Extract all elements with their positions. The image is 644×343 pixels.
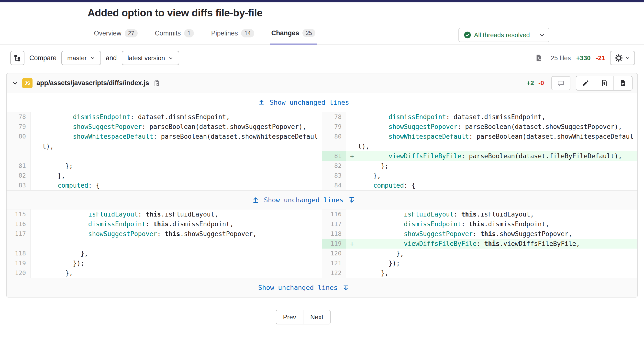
old-line-number[interactable]: 117 bbox=[6, 229, 30, 239]
old-code-line: t), bbox=[42, 141, 322, 151]
old-code-line: dismissEndpoint: dataset.dismissEndpoint… bbox=[42, 112, 322, 122]
old-line-number[interactable]: 81 bbox=[6, 161, 30, 171]
old-line-number[interactable]: 118 bbox=[6, 249, 30, 258]
diff-file-card: JS app/assets/javascripts/diffs/index.js… bbox=[6, 73, 638, 297]
tab-overview[interactable]: Overview 27 bbox=[92, 26, 139, 44]
additions-count: +330 bbox=[576, 54, 591, 62]
old-code-line: computed: { bbox=[42, 181, 322, 190]
old-code-line: }, bbox=[42, 268, 322, 278]
old-code-line: }, bbox=[42, 171, 322, 181]
expand-down-icon[interactable] bbox=[348, 197, 355, 203]
all-threads-resolved-button[interactable]: All threads resolved bbox=[459, 28, 535, 42]
new-line-number[interactable]: 83 bbox=[322, 171, 346, 181]
new-line-number[interactable]: 81 bbox=[322, 151, 346, 161]
comment-bubble-icon bbox=[557, 79, 565, 87]
new-line-number[interactable]: 82 bbox=[322, 161, 346, 171]
added-line-marker: + bbox=[350, 151, 354, 161]
diff-settings-button[interactable] bbox=[610, 51, 635, 65]
expand-up-icon[interactable] bbox=[252, 197, 259, 203]
old-line-number[interactable]: 78 bbox=[6, 112, 30, 122]
tab-commits[interactable]: Commits 1 bbox=[153, 26, 195, 44]
view-file-button[interactable] bbox=[614, 76, 632, 90]
page-title: Added option to view diffs file-by-file bbox=[88, 7, 644, 19]
target-version-dropdown[interactable]: latest version bbox=[122, 51, 179, 65]
old-line-number[interactable]: 82 bbox=[6, 171, 30, 181]
new-code-line: }); bbox=[358, 258, 638, 268]
expand-up-icon[interactable] bbox=[258, 99, 265, 106]
collapse-file-chevron-icon[interactable] bbox=[12, 80, 18, 86]
file-path[interactable]: app/assets/javascripts/diffs/index.js bbox=[36, 79, 149, 87]
old-line-number[interactable]: 119 bbox=[6, 258, 30, 268]
tab-badge: 27 bbox=[125, 29, 138, 38]
compare-bar: Compare master and latest version 25 fil… bbox=[0, 45, 644, 71]
new-line-number[interactable]: 116 bbox=[322, 209, 346, 219]
parallel-diff-table: Show unchanged lines78 dismissEndpoint: … bbox=[6, 93, 638, 297]
top-navbar bbox=[0, 0, 644, 3]
new-code-line: dismissEndpoint: dataset.dismissEndpoint… bbox=[358, 112, 638, 122]
old-code-line: dismissEndpoint: this.dismissEndpoint, bbox=[42, 219, 322, 229]
new-code-line: computed: { bbox=[358, 181, 638, 190]
edit-file-button[interactable] bbox=[576, 76, 595, 90]
diff-file-header: JS app/assets/javascripts/diffs/index.js… bbox=[6, 73, 638, 93]
expand-unchanged-lines[interactable]: Show unchanged lines bbox=[6, 190, 638, 209]
toggle-comments-button[interactable] bbox=[551, 76, 570, 90]
new-line-number[interactable]: 118 bbox=[322, 229, 346, 239]
new-code-line: showSuggestPopover: parseBoolean(dataset… bbox=[358, 122, 638, 132]
expand-label[interactable]: Show unchanged lines bbox=[258, 284, 338, 291]
new-line-number[interactable]: 119 bbox=[322, 239, 346, 249]
new-line-number[interactable]: 84 bbox=[322, 181, 346, 190]
new-code-line: }, bbox=[358, 249, 638, 258]
prev-file-button[interactable]: Prev bbox=[276, 310, 303, 324]
new-line-number[interactable]: 79 bbox=[322, 122, 346, 132]
old-line-number[interactable]: 115 bbox=[6, 209, 30, 219]
diff-stats: 25 files +330 -21 bbox=[535, 54, 605, 62]
file-actions-group bbox=[576, 76, 632, 91]
tab-pipelines[interactable]: Pipelines 14 bbox=[210, 26, 256, 44]
old-line-number[interactable]: 120 bbox=[6, 268, 30, 278]
compare-label: Compare bbox=[29, 54, 56, 62]
new-line-number[interactable]: 121 bbox=[322, 258, 346, 268]
source-branch-value: master bbox=[67, 54, 86, 62]
old-code-line: showSuggestPopover: this.showSuggestPopo… bbox=[42, 229, 322, 239]
old-line-number[interactable]: 79 bbox=[6, 122, 30, 132]
pager-button-group: Prev Next bbox=[276, 310, 331, 324]
compare-file-versions-button[interactable] bbox=[595, 76, 614, 90]
new-line-number[interactable]: 80 bbox=[322, 132, 346, 151]
file-pager: Prev Next bbox=[0, 310, 644, 324]
old-code-line: }); bbox=[42, 258, 322, 268]
copy-path-clipboard-icon[interactable] bbox=[153, 80, 160, 87]
old-code-line: isFluidLayout: this.isFluidLayout, bbox=[42, 209, 322, 219]
tab-changes[interactable]: Changes 25 bbox=[270, 26, 317, 45]
file-stats: +2 -0 bbox=[527, 79, 544, 87]
new-line-number[interactable]: 117 bbox=[322, 219, 346, 229]
threads-dropdown-button[interactable] bbox=[535, 28, 549, 42]
old-code-line: showWhitespaceDefault: parseBoolean(data… bbox=[42, 132, 322, 141]
chevron-down-icon bbox=[168, 56, 173, 61]
file-tree-toggle-button[interactable] bbox=[10, 51, 24, 65]
tab-label: Changes bbox=[272, 29, 299, 37]
next-file-button[interactable]: Next bbox=[303, 310, 330, 324]
new-code-line: showWhitespaceDefault: parseBoolean(data… bbox=[358, 132, 638, 141]
expand-down-icon[interactable] bbox=[342, 284, 349, 291]
expand-label[interactable]: Show unchanged lines bbox=[270, 99, 349, 106]
chevron-down-icon bbox=[625, 56, 630, 61]
new-line-number[interactable]: 122 bbox=[322, 268, 346, 278]
file-text-icon bbox=[619, 80, 627, 87]
old-line-number[interactable]: 83 bbox=[6, 181, 30, 190]
expand-unchanged-lines[interactable]: Show unchanged lines bbox=[6, 278, 638, 297]
new-code-line: + viewDiffsFileByFile: parseBoolean(data… bbox=[358, 151, 638, 161]
chevron-down-icon bbox=[90, 56, 95, 61]
added-line-marker: + bbox=[350, 239, 354, 249]
new-line-number[interactable]: 120 bbox=[322, 249, 346, 258]
expand-unchanged-lines[interactable]: Show unchanged lines bbox=[6, 93, 638, 112]
file-tree-icon bbox=[14, 54, 21, 62]
tab-label: Overview bbox=[94, 30, 122, 37]
new-code-line: }; bbox=[358, 161, 638, 171]
old-line-number[interactable]: 116 bbox=[6, 219, 30, 229]
tab-badge: 1 bbox=[184, 29, 194, 38]
source-branch-dropdown[interactable]: master bbox=[61, 51, 101, 65]
old-line-number[interactable]: 80 bbox=[6, 132, 30, 151]
expand-label[interactable]: Show unchanged lines bbox=[264, 196, 343, 204]
new-line-number[interactable]: 78 bbox=[322, 112, 346, 122]
file-additions: +2 bbox=[527, 79, 534, 87]
